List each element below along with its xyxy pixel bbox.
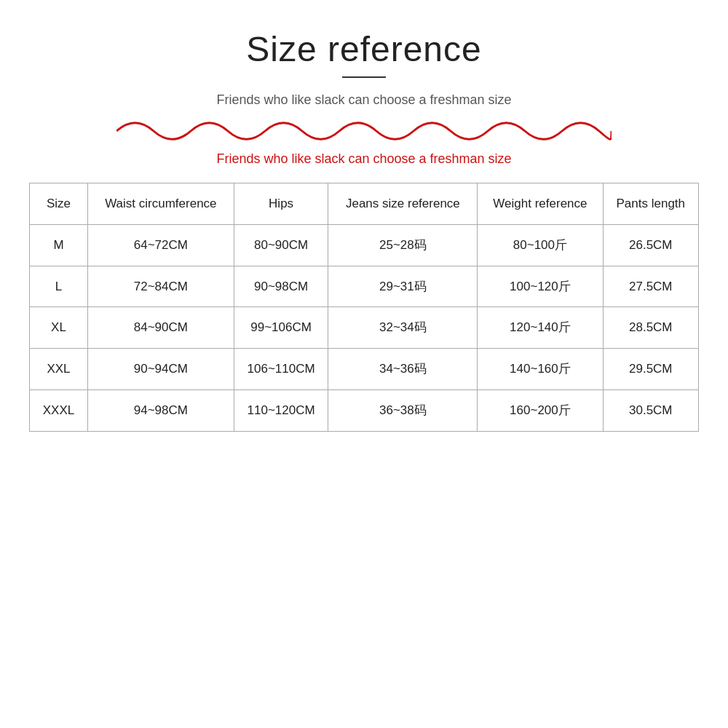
table-cell-r1-c3: 29~31码 (328, 266, 478, 307)
title-divider (342, 76, 386, 78)
table-row: M64~72CM80~90CM25~28码80~100斤26.5CM (30, 224, 699, 266)
table-cell-r3-c2: 106~110CM (234, 349, 328, 390)
table-cell-r3-c4: 140~160斤 (478, 349, 603, 390)
table-cell-r2-c0: XL (30, 307, 88, 349)
table-cell-r3-c0: XXL (30, 349, 88, 390)
table-cell-r4-c1: 94~98CM (88, 389, 234, 431)
table-cell-r2-c5: 28.5CM (603, 307, 698, 349)
table-cell-r4-c3: 36~38码 (328, 389, 478, 431)
table-cell-r4-c4: 160~200斤 (478, 389, 603, 431)
wave-decoration (116, 116, 612, 146)
table-row: L72~84CM90~98CM29~31码100~120斤27.5CM (30, 266, 699, 307)
table-cell-r4-c5: 30.5CM (603, 389, 698, 431)
table-cell-r1-c1: 72~84CM (88, 266, 234, 307)
table-cell-r2-c4: 120~140斤 (478, 307, 603, 349)
table-cell-r3-c3: 34~36码 (328, 349, 478, 390)
table-cell-r4-c2: 110~120CM (234, 389, 328, 431)
table-cell-r4-c0: XXXL (30, 389, 88, 431)
table-cell-r2-c1: 84~90CM (88, 307, 234, 349)
table-cell-r3-c1: 90~94CM (88, 349, 234, 390)
table-cell-r3-c5: 29.5CM (603, 349, 698, 390)
table-cell-r2-c2: 99~106CM (234, 307, 328, 349)
size-table: Size Waist circumference Hips Jeans size… (29, 183, 699, 432)
table-row: XXXL94~98CM110~120CM36~38码160~200斤30.5CM (30, 389, 699, 431)
table-cell-r1-c0: L (30, 266, 88, 307)
table-cell-r0-c4: 80~100斤 (478, 224, 603, 266)
col-header-hips: Hips (234, 183, 328, 225)
table-row: XL84~90CM99~106CM32~34码120~140斤28.5CM (30, 307, 699, 349)
col-header-size: Size (30, 183, 88, 225)
table-cell-r2-c3: 32~34码 (328, 307, 478, 349)
col-header-pants: Pants length (603, 183, 698, 225)
table-cell-r0-c1: 64~72CM (88, 224, 234, 266)
subtitle-red: Friends who like slack can choose a fres… (216, 151, 511, 167)
subtitle-plain: Friends who like slack can choose a fres… (216, 92, 511, 108)
col-header-weight: Weight reference (478, 183, 603, 225)
table-header-row: Size Waist circumference Hips Jeans size… (30, 183, 699, 225)
table-row: XXL90~94CM106~110CM34~36码140~160斤29.5CM (30, 349, 699, 390)
table-cell-r1-c2: 90~98CM (234, 266, 328, 307)
page-title: Size reference (246, 29, 482, 69)
table-cell-r1-c5: 27.5CM (603, 266, 698, 307)
col-header-jeans: Jeans size reference (328, 183, 478, 225)
table-cell-r0-c5: 26.5CM (603, 224, 698, 266)
table-cell-r0-c2: 80~90CM (234, 224, 328, 266)
table-cell-r0-c0: M (30, 224, 88, 266)
table-cell-r0-c3: 25~28码 (328, 224, 478, 266)
col-header-waist: Waist circumference (88, 183, 234, 225)
table-cell-r1-c4: 100~120斤 (478, 266, 603, 307)
